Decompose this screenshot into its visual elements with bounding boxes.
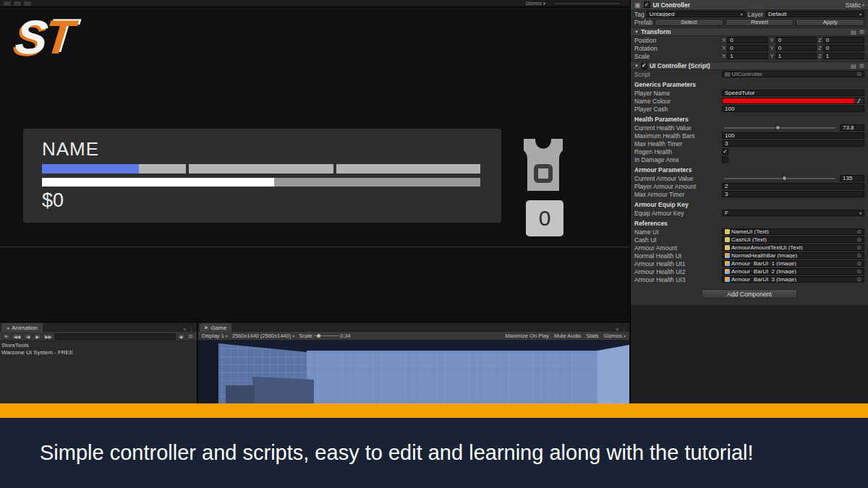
gizmos-dropdown[interactable]: Gizmos ▾ [526,1,545,7]
object-picker-icon[interactable]: ⊙ [856,236,861,243]
scene-view[interactable]: ST NAME $0 0 [0,7,629,322]
name-colour-row: Name Colour ╱ [631,97,868,105]
position-z-field[interactable]: 0 [823,37,864,43]
armour-amount-object-field[interactable]: ArmourAmountTextUI (Text) ⊙ [722,244,864,251]
object-picker-icon[interactable]: ⊙ [856,268,861,275]
scene-search-input[interactable] [553,1,621,6]
current-health-slider[interactable] [724,127,835,129]
foldout-icon[interactable]: ▼ [634,64,639,68]
scale-y-field[interactable]: 1 [775,53,817,59]
resolution-dropdown[interactable]: 2560x1440 (2560x1440) ▾ [232,333,294,339]
caption-banner: Simple controller and scripts, easy to e… [0,418,868,488]
static-dropdown[interactable]: Static ▾ [846,1,864,9]
gameobject-name[interactable]: UI Controller [653,1,690,9]
normal-health-object-field[interactable]: NormalHealthBar (Image) ⊙ [722,252,864,259]
game-gizmos-dropdown[interactable]: Gizmos ▾ [604,333,626,339]
scale-slider[interactable] [314,335,339,336]
armour-section-header: Armour Parameters [631,163,868,174]
script-object-field[interactable]: ▤ UIController ⊙ [722,71,864,77]
max-armour-timer-input[interactable]: 3 [722,191,864,197]
equip-armour-key-dropdown[interactable]: F ▾ [722,210,864,216]
transform-header[interactable]: ▼ Transform ▤ ⚙ [631,27,868,36]
object-picker-icon[interactable]: ⊙ [856,252,861,259]
current-health-value-field[interactable]: 73.8 [840,124,864,131]
current-armour-slider[interactable] [724,178,835,179]
position-y-field[interactable]: 0 [775,37,817,43]
player-name-input[interactable]: SpeedTutor [722,90,864,96]
gizmos-label: Gizmos [526,1,542,6]
armour-health-3-object-field[interactable]: Armour_BarUI_3 (Image) ⊙ [722,276,864,283]
armour-health-2-object-field[interactable]: Armour_BarUI_2 (Image) ⊙ [722,268,864,275]
position-x-field[interactable]: 0 [727,37,768,43]
maximize-on-play-toggle[interactable]: Maximize On Play [506,333,549,339]
menu-icon[interactable]: ≡ [183,327,186,332]
tag-dropdown[interactable]: Untagged ▾ [647,11,746,17]
slider-thumb[interactable] [782,176,787,181]
cash-ui-object-field[interactable]: CashUI (Text) ⊙ [722,236,864,243]
name-ui-object-field[interactable]: NameUI (Text) ⊙ [722,228,864,235]
max-health-bars-input[interactable]: 100 [722,132,864,139]
display-dropdown[interactable]: Display 1 ▾ [202,333,228,339]
scene-tool-icon[interactable] [4,1,11,6]
image-component-icon [725,277,730,282]
scale-x-field[interactable]: 1 [727,53,768,59]
more-icon[interactable]: ⋮ [189,326,194,332]
object-picker-icon[interactable]: ⊙ [856,260,861,267]
scale-z-field[interactable]: 1 [823,53,864,59]
current-armour-value-field[interactable]: 135 [840,175,864,181]
layer-dropdown[interactable]: Default ▾ [765,11,864,17]
object-picker-icon[interactable]: ⊙ [856,276,861,283]
tab-game[interactable]: ▶ Game [200,323,231,332]
name-colour-field[interactable]: ╱ [722,98,864,104]
help-icon[interactable]: ▤ [851,29,856,35]
mute-audio-toggle[interactable]: Mute Audio [554,333,582,339]
frame-field[interactable] [55,333,176,340]
max-health-timer-input[interactable]: 3 [722,140,864,147]
scene-tool-icon[interactable] [14,1,21,6]
add-keyframe-button[interactable]: ◆ [177,333,185,340]
colour-swatch[interactable] [723,98,854,103]
eyedropper-icon[interactable]: ╱ [854,98,864,103]
armour-health-1-object-field[interactable]: Armour_BarUI_1 (Image) ⊙ [722,260,864,267]
help-icon[interactable]: ▤ [851,63,856,69]
script-icon: ▤ [725,71,731,77]
prev-frame-button[interactable]: ◀ [24,333,32,340]
rotation-z-field[interactable]: 0 [823,45,864,51]
play-button[interactable]: ▶ [33,333,41,340]
record-button[interactable]: ● [2,333,10,340]
object-picker-icon[interactable]: ⊙ [856,228,861,235]
animation-tab-options: ≡ ⋮ [180,326,197,332]
stats-toggle[interactable]: Stats [586,333,598,339]
player-cash-input[interactable]: 100 [722,106,864,112]
prefab-apply-button[interactable]: Apply [796,19,864,26]
prefab-select-button[interactable]: Select [655,19,723,26]
script-enabled-checkbox[interactable]: ✓ [641,63,647,69]
rotation-x-field[interactable]: 0 [727,45,768,51]
scene-tool-icon[interactable] [24,1,31,6]
object-picker-icon[interactable]: ⊙ [856,244,861,251]
script-component-header[interactable]: ▼ ✓ UI Controller (Script) ▤ ⚙ [631,61,868,70]
first-frame-button[interactable]: ◀◀ [12,333,22,340]
active-checkbox[interactable]: ✓ [644,1,650,8]
object-picker-icon[interactable]: ⊙ [856,71,861,77]
game-hud-panel: NAME $0 [23,129,501,223]
in-damage-area-checkbox[interactable] [722,156,728,163]
prefab-revert-button[interactable]: Revert [726,19,794,26]
slider-thumb[interactable] [775,125,780,130]
next-frame-button[interactable]: ▶▶ [43,333,54,340]
scale-value: 0.34 [340,333,351,339]
add-event-button[interactable]: ≡ [187,333,195,340]
chevron-down-icon: ▾ [859,210,861,215]
scale-slider-thumb[interactable] [317,334,320,338]
gear-icon[interactable]: ⚙ [859,29,864,35]
rotation-y-field[interactable]: 0 [775,45,817,51]
foldout-icon[interactable]: ▼ [634,30,639,34]
gear-icon[interactable]: ⚙ [859,63,864,69]
more-icon[interactable]: ⋮ [621,326,626,332]
armour-health-ui2-row: Armour Health UI2 Armour_BarUI_2 (Image)… [631,267,868,275]
tab-animation[interactable]: ● Animation [1,323,43,332]
add-component-button[interactable]: Add Component [702,289,797,299]
regen-health-checkbox[interactable]: ✓ [722,148,728,155]
menu-icon[interactable]: ≡ [616,327,618,332]
player-armour-amount-input[interactable]: 2 [722,183,864,189]
